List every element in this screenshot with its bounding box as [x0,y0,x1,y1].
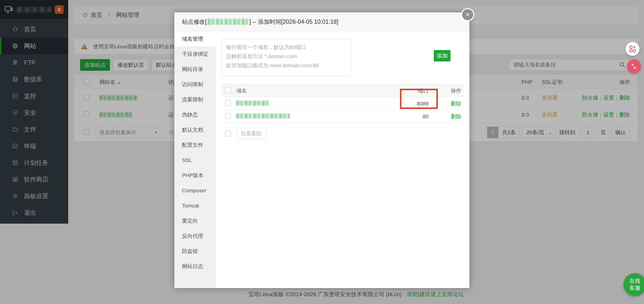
tab-reverse-proxy[interactable]: 反向代理 [174,228,216,244]
tab-php-version[interactable]: PHP版本 [174,168,216,183]
domain-masked [236,113,290,119]
tab-rewrite[interactable]: 伪静态 [174,107,216,122]
modal-tab-list: 域名管理 子目录绑定 网站目录 访问限制 流量限制 伪静态 默认文档 配置文件 … [174,31,216,288]
batch-delete-button[interactable]: 批量删除 [236,128,266,139]
modal-title: 站点修改[ ] -- 添加时间[2026-04-05 10:01:18] [174,12,469,31]
domain-masked [236,101,269,106]
col-port: 端口 [398,87,439,94]
col-domain: 域名 [236,87,398,94]
modal-close-button[interactable]: × [461,8,474,21]
apps-sparkle-icon [629,45,636,53]
domain-row: 8089 删除 [222,97,464,110]
tab-site-directory[interactable]: 网站目录 [174,62,216,77]
delete-domain-link[interactable]: 删除 [439,113,464,120]
select-all-checkbox[interactable] [222,87,236,94]
screen: 0 首页 网站 FTP 数据库 监控 [0,0,644,304]
tab-tomcat[interactable]: Tomcat [174,198,216,213]
online-support-button[interactable]: 在线 客服 [624,273,644,296]
tab-ssl[interactable]: SSL [174,153,216,168]
delete-domain-link[interactable]: 删除 [439,100,464,107]
domain-row: 80 删除 [222,110,464,123]
domain-table: 域名 端口 操作 8089 删除 80 删除 [222,84,464,123]
extension-apps-button[interactable] [626,42,639,56]
domain-port: 80 [398,113,439,120]
tab-traffic-limit[interactable]: 流量限制 [174,92,216,107]
modal-site-name-masked [208,19,248,25]
translate-icon: A [630,62,638,71]
tab-access-limit[interactable]: 访问限制 [174,77,216,92]
domain-port: 8089 [398,101,439,107]
tab-hotlink-protect[interactable]: 防盗链 [174,244,216,259]
modal-body: 域名管理 子目录绑定 网站目录 访问限制 流量限制 伪静态 默认文档 配置文件 … [174,31,469,288]
add-domain-button[interactable]: 添加 [434,50,450,61]
row-checkbox[interactable] [222,100,236,107]
row-checkbox[interactable] [222,113,236,120]
tab-site-log[interactable]: 网站日志 [174,259,216,274]
svg-text:A: A [633,65,636,70]
translate-button[interactable]: A [627,59,641,73]
tab-composer[interactable]: Composer [174,183,216,198]
tab-domain-manage[interactable]: 域名管理 [174,31,216,46]
domain-input-textarea[interactable] [222,39,351,76]
tab-subdir-bind[interactable]: 子目录绑定 [174,46,216,62]
col-action: 操作 [439,87,464,94]
tab-default-doc[interactable]: 默认文档 [174,122,216,137]
tab-config-file[interactable]: 配置文件 [174,137,216,153]
domain-manage-panel: 添加 域名 端口 操作 8089 删除 [216,31,469,288]
tab-redirect[interactable]: 重定向 [174,213,216,228]
site-modify-modal: × 站点修改[ ] -- 添加时间[2026-04-05 10:01:18] 域… [174,12,469,288]
batch-delete-checkbox[interactable] [225,131,231,136]
domain-batch-controls: 批量删除 [225,128,469,139]
domain-table-header: 域名 端口 操作 [222,84,464,97]
